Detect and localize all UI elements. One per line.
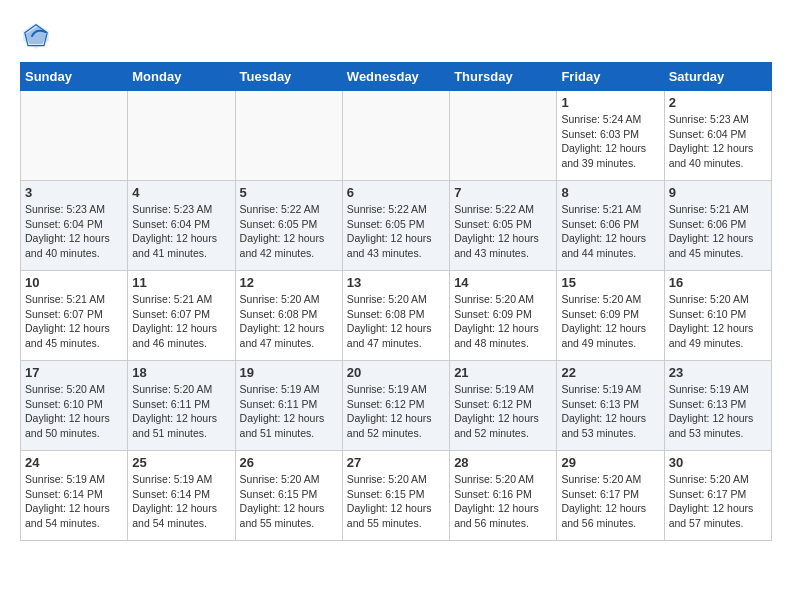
day-info: Sunrise: 5:19 AM Sunset: 6:13 PM Dayligh… [669, 382, 767, 441]
day-info: Sunrise: 5:20 AM Sunset: 6:17 PM Dayligh… [669, 472, 767, 531]
day-number: 19 [240, 365, 338, 380]
day-number: 29 [561, 455, 659, 470]
day-info: Sunrise: 5:22 AM Sunset: 6:05 PM Dayligh… [454, 202, 552, 261]
calendar-cell [21, 91, 128, 181]
day-number: 4 [132, 185, 230, 200]
calendar-cell: 8Sunrise: 5:21 AM Sunset: 6:06 PM Daylig… [557, 181, 664, 271]
calendar-cell: 1Sunrise: 5:24 AM Sunset: 6:03 PM Daylig… [557, 91, 664, 181]
day-number: 28 [454, 455, 552, 470]
calendar-cell: 11Sunrise: 5:21 AM Sunset: 6:07 PM Dayli… [128, 271, 235, 361]
calendar-cell: 5Sunrise: 5:22 AM Sunset: 6:05 PM Daylig… [235, 181, 342, 271]
day-number: 12 [240, 275, 338, 290]
calendar-cell: 6Sunrise: 5:22 AM Sunset: 6:05 PM Daylig… [342, 181, 449, 271]
day-number: 20 [347, 365, 445, 380]
page-header [20, 20, 772, 52]
calendar-cell: 28Sunrise: 5:20 AM Sunset: 6:16 PM Dayli… [450, 451, 557, 541]
calendar-cell: 10Sunrise: 5:21 AM Sunset: 6:07 PM Dayli… [21, 271, 128, 361]
calendar-cell: 21Sunrise: 5:19 AM Sunset: 6:12 PM Dayli… [450, 361, 557, 451]
logo-icon [20, 20, 52, 52]
day-info: Sunrise: 5:21 AM Sunset: 6:07 PM Dayligh… [132, 292, 230, 351]
calendar-cell: 17Sunrise: 5:20 AM Sunset: 6:10 PM Dayli… [21, 361, 128, 451]
day-number: 6 [347, 185, 445, 200]
day-info: Sunrise: 5:21 AM Sunset: 6:07 PM Dayligh… [25, 292, 123, 351]
day-number: 15 [561, 275, 659, 290]
calendar-cell: 18Sunrise: 5:20 AM Sunset: 6:11 PM Dayli… [128, 361, 235, 451]
day-number: 22 [561, 365, 659, 380]
day-info: Sunrise: 5:19 AM Sunset: 6:14 PM Dayligh… [25, 472, 123, 531]
calendar-cell: 3Sunrise: 5:23 AM Sunset: 6:04 PM Daylig… [21, 181, 128, 271]
weekday-header-friday: Friday [557, 63, 664, 91]
day-info: Sunrise: 5:20 AM Sunset: 6:15 PM Dayligh… [240, 472, 338, 531]
calendar-cell: 9Sunrise: 5:21 AM Sunset: 6:06 PM Daylig… [664, 181, 771, 271]
weekday-header-sunday: Sunday [21, 63, 128, 91]
day-number: 10 [25, 275, 123, 290]
weekday-header-wednesday: Wednesday [342, 63, 449, 91]
weekday-header-monday: Monday [128, 63, 235, 91]
day-info: Sunrise: 5:20 AM Sunset: 6:09 PM Dayligh… [561, 292, 659, 351]
day-number: 24 [25, 455, 123, 470]
day-number: 14 [454, 275, 552, 290]
calendar-cell: 22Sunrise: 5:19 AM Sunset: 6:13 PM Dayli… [557, 361, 664, 451]
calendar-cell: 19Sunrise: 5:19 AM Sunset: 6:11 PM Dayli… [235, 361, 342, 451]
calendar-cell: 2Sunrise: 5:23 AM Sunset: 6:04 PM Daylig… [664, 91, 771, 181]
calendar-cell: 4Sunrise: 5:23 AM Sunset: 6:04 PM Daylig… [128, 181, 235, 271]
calendar-cell: 25Sunrise: 5:19 AM Sunset: 6:14 PM Dayli… [128, 451, 235, 541]
day-number: 3 [25, 185, 123, 200]
calendar-cell: 27Sunrise: 5:20 AM Sunset: 6:15 PM Dayli… [342, 451, 449, 541]
day-info: Sunrise: 5:20 AM Sunset: 6:08 PM Dayligh… [240, 292, 338, 351]
day-info: Sunrise: 5:23 AM Sunset: 6:04 PM Dayligh… [669, 112, 767, 171]
calendar-cell: 20Sunrise: 5:19 AM Sunset: 6:12 PM Dayli… [342, 361, 449, 451]
day-info: Sunrise: 5:22 AM Sunset: 6:05 PM Dayligh… [347, 202, 445, 261]
day-info: Sunrise: 5:20 AM Sunset: 6:17 PM Dayligh… [561, 472, 659, 531]
day-number: 8 [561, 185, 659, 200]
weekday-header-thursday: Thursday [450, 63, 557, 91]
day-number: 16 [669, 275, 767, 290]
day-number: 9 [669, 185, 767, 200]
calendar-cell: 26Sunrise: 5:20 AM Sunset: 6:15 PM Dayli… [235, 451, 342, 541]
calendar-cell: 30Sunrise: 5:20 AM Sunset: 6:17 PM Dayli… [664, 451, 771, 541]
calendar-cell: 23Sunrise: 5:19 AM Sunset: 6:13 PM Dayli… [664, 361, 771, 451]
day-number: 7 [454, 185, 552, 200]
day-info: Sunrise: 5:19 AM Sunset: 6:14 PM Dayligh… [132, 472, 230, 531]
calendar-table: SundayMondayTuesdayWednesdayThursdayFrid… [20, 62, 772, 541]
day-info: Sunrise: 5:24 AM Sunset: 6:03 PM Dayligh… [561, 112, 659, 171]
calendar-cell: 12Sunrise: 5:20 AM Sunset: 6:08 PM Dayli… [235, 271, 342, 361]
day-info: Sunrise: 5:19 AM Sunset: 6:12 PM Dayligh… [454, 382, 552, 441]
calendar-cell [128, 91, 235, 181]
day-info: Sunrise: 5:21 AM Sunset: 6:06 PM Dayligh… [561, 202, 659, 261]
day-number: 26 [240, 455, 338, 470]
day-info: Sunrise: 5:20 AM Sunset: 6:08 PM Dayligh… [347, 292, 445, 351]
day-number: 5 [240, 185, 338, 200]
day-number: 25 [132, 455, 230, 470]
day-info: Sunrise: 5:22 AM Sunset: 6:05 PM Dayligh… [240, 202, 338, 261]
day-number: 1 [561, 95, 659, 110]
calendar-cell: 24Sunrise: 5:19 AM Sunset: 6:14 PM Dayli… [21, 451, 128, 541]
day-number: 21 [454, 365, 552, 380]
calendar-cell: 29Sunrise: 5:20 AM Sunset: 6:17 PM Dayli… [557, 451, 664, 541]
calendar-cell: 15Sunrise: 5:20 AM Sunset: 6:09 PM Dayli… [557, 271, 664, 361]
day-info: Sunrise: 5:20 AM Sunset: 6:15 PM Dayligh… [347, 472, 445, 531]
calendar-cell: 14Sunrise: 5:20 AM Sunset: 6:09 PM Dayli… [450, 271, 557, 361]
day-info: Sunrise: 5:19 AM Sunset: 6:12 PM Dayligh… [347, 382, 445, 441]
day-info: Sunrise: 5:21 AM Sunset: 6:06 PM Dayligh… [669, 202, 767, 261]
day-info: Sunrise: 5:19 AM Sunset: 6:13 PM Dayligh… [561, 382, 659, 441]
day-info: Sunrise: 5:23 AM Sunset: 6:04 PM Dayligh… [25, 202, 123, 261]
weekday-header-tuesday: Tuesday [235, 63, 342, 91]
calendar-cell [450, 91, 557, 181]
day-number: 13 [347, 275, 445, 290]
day-info: Sunrise: 5:20 AM Sunset: 6:09 PM Dayligh… [454, 292, 552, 351]
day-number: 2 [669, 95, 767, 110]
day-number: 23 [669, 365, 767, 380]
day-info: Sunrise: 5:20 AM Sunset: 6:10 PM Dayligh… [25, 382, 123, 441]
day-info: Sunrise: 5:20 AM Sunset: 6:10 PM Dayligh… [669, 292, 767, 351]
day-number: 11 [132, 275, 230, 290]
day-number: 18 [132, 365, 230, 380]
day-number: 30 [669, 455, 767, 470]
day-info: Sunrise: 5:20 AM Sunset: 6:16 PM Dayligh… [454, 472, 552, 531]
calendar-cell [235, 91, 342, 181]
calendar-cell: 13Sunrise: 5:20 AM Sunset: 6:08 PM Dayli… [342, 271, 449, 361]
day-number: 17 [25, 365, 123, 380]
day-info: Sunrise: 5:23 AM Sunset: 6:04 PM Dayligh… [132, 202, 230, 261]
calendar-cell: 16Sunrise: 5:20 AM Sunset: 6:10 PM Dayli… [664, 271, 771, 361]
weekday-header-saturday: Saturday [664, 63, 771, 91]
